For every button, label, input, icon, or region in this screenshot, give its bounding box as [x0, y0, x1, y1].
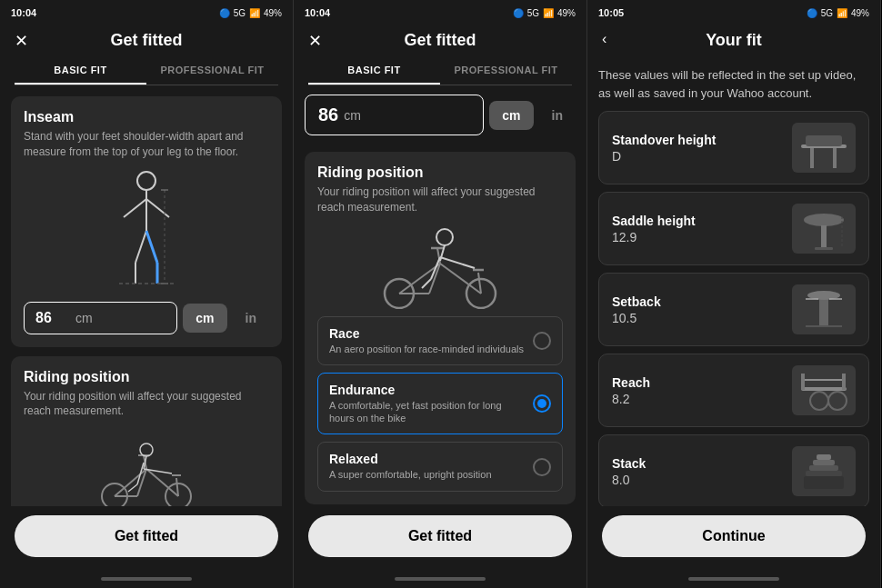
option-race-name: Race: [329, 326, 524, 341]
svg-rect-64: [806, 471, 842, 476]
radio-race: [533, 332, 551, 350]
cm-btn-2[interactable]: cm: [489, 101, 533, 130]
status-icons-3: 🔵 5G 📶 49%: [807, 8, 869, 18]
svg-rect-56: [801, 374, 805, 390]
panel-title-1: Get fitted: [15, 31, 278, 50]
riding-title-2: Riding position: [317, 164, 563, 181]
svg-line-3: [146, 199, 169, 217]
option-endurance-name: Endurance: [329, 383, 524, 397]
riding-title-1: Riding position: [24, 369, 269, 385]
option-endurance-text: Endurance A comfortable, yet fast positi…: [329, 383, 524, 425]
panel-title-3: Your fit: [602, 31, 866, 50]
panel-1: 10:04 🔵 5G 📶 49% ✕ Get fitted BASIC FIT …: [0, 0, 294, 588]
status-time-3: 10:05: [598, 7, 624, 18]
svg-point-37: [436, 229, 453, 245]
svg-rect-57: [842, 374, 846, 390]
svg-line-30: [440, 264, 481, 294]
svg-line-15: [146, 469, 178, 496]
option-relaxed-name: Relaxed: [329, 452, 524, 466]
fit-item-stack: Stack 8.0: [598, 434, 869, 506]
status-time-2: 10:04: [305, 7, 330, 18]
inseam-input[interactable]: [35, 310, 72, 326]
inline-measure-box[interactable]: 86 cm: [305, 95, 484, 135]
status-icons-1: 🔵 5G 📶 49%: [219, 8, 282, 18]
close-icon-1[interactable]: ✕: [15, 31, 28, 51]
continue-btn[interactable]: Continue: [602, 515, 866, 557]
get-fitted-btn-2[interactable]: Get fitted: [308, 515, 572, 557]
close-icon-2[interactable]: ✕: [308, 31, 322, 51]
in-btn-1[interactable]: in: [233, 304, 269, 333]
cm-btn-1[interactable]: cm: [183, 304, 226, 333]
inline-unit: cm: [344, 108, 361, 123]
panel-header-1: ✕ Get fitted BASIC FIT PROFESSIONAL FIT: [0, 25, 293, 85]
riding-card-1: Riding position Your riding position wil…: [11, 356, 282, 506]
svg-rect-48: [815, 247, 833, 250]
fit-reach-value: 8.2: [612, 392, 783, 406]
inline-value: 86: [318, 105, 338, 125]
fit-saddle-value: 12.9: [612, 230, 783, 244]
svg-rect-45: [806, 135, 842, 146]
rider-figure-1: [24, 419, 269, 506]
tab-professional-2[interactable]: PROFESSIONAL FIT: [440, 57, 572, 85]
rider-figure-2: [317, 215, 563, 316]
battery-icon-3: 49%: [851, 8, 869, 18]
svg-rect-62: [813, 460, 835, 465]
tabs-1: BASIC FIT PROFESSIONAL FIT: [15, 57, 278, 85]
svg-rect-61: [817, 454, 831, 460]
svg-rect-55: [801, 387, 847, 391]
home-bar-1: [101, 577, 192, 581]
fit-item-setback: Setback 10.5: [598, 273, 869, 346]
option-relaxed[interactable]: Relaxed A super comfortable, upright pos…: [317, 442, 563, 491]
home-indicator-1: [0, 570, 293, 588]
option-endurance[interactable]: Endurance A comfortable, yet fast positi…: [317, 373, 563, 435]
panel-title-2: Get fitted: [308, 31, 572, 50]
battery-icon-2: 49%: [557, 8, 576, 18]
panel-3: 10:05 🔵 5G 📶 49% ‹ Your fit These values…: [587, 0, 881, 588]
panel-content-2: Riding position Your riding position wil…: [294, 152, 586, 506]
fit-stack-img: [792, 446, 856, 496]
option-race[interactable]: Race An aero position for race-minded in…: [317, 316, 563, 365]
svg-line-26: [128, 484, 137, 492]
fit-item-reach-text: Reach 8.2: [612, 375, 783, 406]
bottom-btn-wrap-1: Get fitted: [0, 506, 293, 570]
inseam-input-box[interactable]: cm: [24, 302, 177, 334]
home-indicator-3: [587, 570, 880, 588]
radio-dot-endurance: [537, 399, 546, 408]
bluetooth-icon: 🔵: [219, 8, 230, 18]
option-race-desc: An aero position for race-minded individ…: [329, 343, 524, 355]
svg-line-41: [422, 279, 431, 288]
tab-professional-1[interactable]: PROFESSIONAL FIT: [146, 57, 278, 85]
inseam-title: Inseam: [24, 109, 269, 125]
in-btn-2[interactable]: in: [539, 101, 576, 130]
svg-rect-63: [809, 465, 838, 471]
tab-basic-2[interactable]: BASIC FIT: [308, 57, 440, 85]
fit-item-saddle: Saddle height 12.9: [598, 192, 869, 265]
person-figure: [24, 160, 269, 293]
fit-standover-name: Standover height: [612, 133, 783, 147]
svg-rect-43: [810, 148, 814, 168]
tab-basic-1[interactable]: BASIC FIT: [15, 57, 146, 85]
radio-endurance: [533, 394, 551, 413]
wifi-icon: 📶: [249, 8, 260, 18]
svg-line-20: [176, 478, 178, 496]
fit-item-stack-text: Stack 8.0: [612, 456, 783, 487]
inseam-unit-label: cm: [75, 311, 93, 325]
fit-reach-name: Reach: [612, 375, 783, 390]
fit-item-reach: Reach 8.2: [598, 354, 869, 427]
svg-rect-65: [804, 476, 844, 489]
get-fitted-btn-1[interactable]: Get fitted: [15, 515, 278, 557]
svg-point-60: [828, 392, 847, 410]
wifi-icon-2: 📶: [543, 8, 554, 18]
status-bar-2: 10:04 🔵 5G 📶 49%: [294, 0, 586, 25]
riding-desc-1: Your riding position will affect your su…: [24, 389, 269, 420]
back-icon-3[interactable]: ‹: [602, 31, 606, 47]
rider-svg-2: [376, 223, 504, 309]
option-race-text: Race An aero position for race-minded in…: [329, 326, 524, 355]
panel-header-2: ✕ Get fitted BASIC FIT PROFESSIONAL FIT: [294, 25, 586, 85]
status-time-1: 10:04: [11, 7, 36, 18]
battery-icon: 49%: [264, 8, 282, 18]
tabs-2: BASIC FIT PROFESSIONAL FIT: [308, 57, 572, 85]
yourfit-intro: These values will be reflected in the se…: [598, 66, 869, 102]
fit-item-standover-text: Standover height D: [612, 133, 783, 164]
signal-icon-3: 5G: [821, 8, 833, 18]
